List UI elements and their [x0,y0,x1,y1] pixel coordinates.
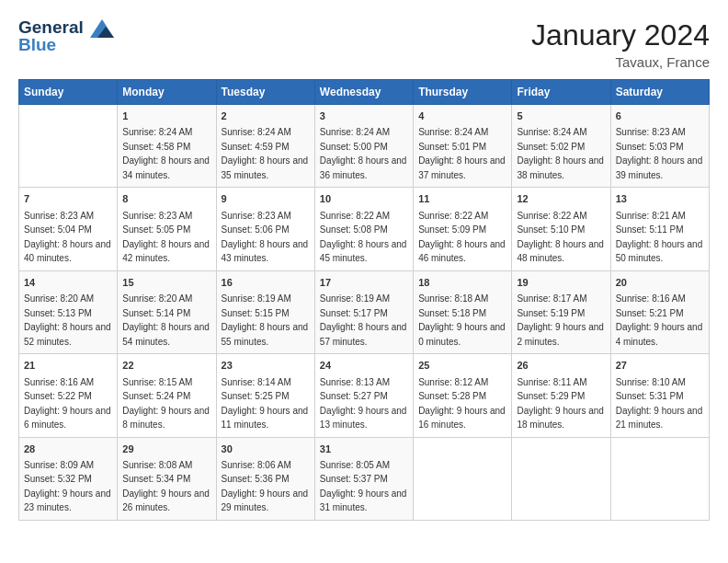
day-number: 21 [24,359,112,373]
calendar-week-4: 28Sunrise: 8:09 AMSunset: 5:32 PMDayligh… [19,437,710,520]
day-info: Sunrise: 8:16 AMSunset: 5:22 PMDaylight:… [24,377,111,431]
calendar-cell: 20Sunrise: 8:16 AMSunset: 5:21 PMDayligh… [610,270,709,353]
day-info: Sunrise: 8:16 AMSunset: 5:21 PMDaylight:… [616,293,703,347]
day-info: Sunrise: 8:11 AMSunset: 5:29 PMDaylight:… [517,377,604,431]
day-info: Sunrise: 8:15 AMSunset: 5:24 PMDaylight:… [122,377,210,431]
day-number: 24 [320,359,408,373]
calendar-cell: 10Sunrise: 8:22 AMSunset: 5:08 PMDayligh… [314,188,413,270]
calendar-cell: 9Sunrise: 8:23 AMSunset: 5:06 PMDaylight… [216,188,314,270]
calendar-cell: 14Sunrise: 8:20 AMSunset: 5:13 PMDayligh… [19,270,118,353]
day-info: Sunrise: 8:23 AMSunset: 5:05 PMDaylight:… [122,211,210,264]
day-number: 16 [222,276,310,290]
day-info: Sunrise: 8:06 AMSunset: 5:36 PMDaylight:… [222,460,309,513]
day-number: 17 [320,276,408,290]
day-info: Sunrise: 8:14 AMSunset: 5:25 PMDaylight:… [222,377,309,431]
calendar-cell: 24Sunrise: 8:13 AMSunset: 5:27 PMDayligh… [314,354,413,437]
calendar-cell: 8Sunrise: 8:23 AMSunset: 5:05 PMDaylight… [118,188,216,270]
calendar-cell: 13Sunrise: 8:21 AMSunset: 5:11 PMDayligh… [610,188,709,270]
day-info: Sunrise: 8:22 AMSunset: 5:10 PMDaylight:… [517,211,604,264]
day-info: Sunrise: 8:22 AMSunset: 5:08 PMDaylight:… [320,211,407,264]
day-number: 6 [616,109,704,123]
calendar-cell: 27Sunrise: 8:10 AMSunset: 5:31 PMDayligh… [610,354,709,437]
logo-icon [90,19,114,38]
calendar-cell: 26Sunrise: 8:11 AMSunset: 5:29 PMDayligh… [512,354,610,437]
day-info: Sunrise: 8:23 AMSunset: 5:04 PMDaylight:… [24,211,111,264]
day-info: Sunrise: 8:09 AMSunset: 5:32 PMDaylight:… [24,460,111,513]
day-info: Sunrise: 8:23 AMSunset: 5:03 PMDaylight:… [616,127,703,180]
logo: General Blue [18,18,114,55]
calendar-cell: 4Sunrise: 8:24 AMSunset: 5:01 PMDaylight… [414,105,512,188]
calendar-cell [19,105,118,188]
header-thursday: Thursday [414,80,512,105]
calendar-week-2: 14Sunrise: 8:20 AMSunset: 5:13 PMDayligh… [19,270,710,353]
calendar-cell: 3Sunrise: 8:24 AMSunset: 5:00 PMDaylight… [314,105,413,188]
day-info: Sunrise: 8:08 AMSunset: 5:34 PMDaylight:… [122,460,210,513]
day-number: 10 [320,192,408,206]
calendar-cell [414,437,512,520]
header-sunday: Sunday [19,80,118,105]
calendar-cell: 11Sunrise: 8:22 AMSunset: 5:09 PMDayligh… [414,188,512,270]
header: General Blue January 2024 Tavaux, France [18,18,710,70]
day-info: Sunrise: 8:24 AMSunset: 5:01 PMDaylight:… [418,127,506,180]
day-info: Sunrise: 8:20 AMSunset: 5:14 PMDaylight:… [122,293,210,347]
calendar-cell: 25Sunrise: 8:12 AMSunset: 5:28 PMDayligh… [414,354,512,437]
header-monday: Monday [118,80,216,105]
day-info: Sunrise: 8:24 AMSunset: 4:59 PMDaylight:… [222,127,309,180]
day-info: Sunrise: 8:24 AMSunset: 5:02 PMDaylight:… [517,127,604,180]
day-number: 4 [418,109,506,123]
calendar-cell: 1Sunrise: 8:24 AMSunset: 4:58 PMDaylight… [118,105,216,188]
day-info: Sunrise: 8:05 AMSunset: 5:37 PMDaylight:… [320,460,407,513]
weekday-header-row: Sunday Monday Tuesday Wednesday Thursday… [19,80,710,105]
day-number: 9 [222,192,310,206]
page-title: January 2024 [531,18,710,52]
day-number: 22 [122,359,210,373]
day-info: Sunrise: 8:10 AMSunset: 5:31 PMDaylight:… [616,377,703,431]
day-number: 19 [517,276,605,290]
calendar-cell: 23Sunrise: 8:14 AMSunset: 5:25 PMDayligh… [216,354,314,437]
day-number: 30 [222,442,310,456]
day-number: 14 [24,276,112,290]
calendar-cell: 22Sunrise: 8:15 AMSunset: 5:24 PMDayligh… [118,354,216,437]
day-info: Sunrise: 8:17 AMSunset: 5:19 PMDaylight:… [517,293,604,347]
calendar-cell: 2Sunrise: 8:24 AMSunset: 4:59 PMDaylight… [216,105,314,188]
day-info: Sunrise: 8:19 AMSunset: 5:17 PMDaylight:… [320,293,407,347]
calendar-cell: 18Sunrise: 8:18 AMSunset: 5:18 PMDayligh… [414,270,512,353]
calendar-cell [512,437,610,520]
calendar-cell: 5Sunrise: 8:24 AMSunset: 5:02 PMDaylight… [512,105,610,188]
day-number: 8 [122,192,210,206]
day-number: 7 [24,192,112,206]
day-number: 3 [320,109,408,123]
calendar-cell: 6Sunrise: 8:23 AMSunset: 5:03 PMDaylight… [610,105,709,188]
calendar-week-3: 21Sunrise: 8:16 AMSunset: 5:22 PMDayligh… [19,354,710,437]
day-number: 13 [616,192,704,206]
day-number: 23 [222,359,310,373]
title-block: January 2024 Tavaux, France [531,18,710,70]
calendar-cell: 31Sunrise: 8:05 AMSunset: 5:37 PMDayligh… [314,437,413,520]
page-subtitle: Tavaux, France [531,54,710,70]
day-number: 25 [418,359,506,373]
header-wednesday: Wednesday [314,80,413,105]
day-info: Sunrise: 8:12 AMSunset: 5:28 PMDaylight:… [418,377,506,431]
header-friday: Friday [512,80,610,105]
calendar-table: Sunday Monday Tuesday Wednesday Thursday… [18,79,710,521]
calendar-cell: 30Sunrise: 8:06 AMSunset: 5:36 PMDayligh… [216,437,314,520]
day-info: Sunrise: 8:23 AMSunset: 5:06 PMDaylight:… [222,211,309,264]
day-number: 31 [320,442,408,456]
calendar-cell: 29Sunrise: 8:08 AMSunset: 5:34 PMDayligh… [118,437,216,520]
calendar-cell: 7Sunrise: 8:23 AMSunset: 5:04 PMDaylight… [19,188,118,270]
day-number: 2 [222,109,310,123]
calendar-cell: 12Sunrise: 8:22 AMSunset: 5:10 PMDayligh… [512,188,610,270]
day-number: 1 [122,109,210,123]
logo-blue: Blue [18,35,114,55]
day-number: 27 [616,359,704,373]
day-number: 15 [122,276,210,290]
calendar-cell: 28Sunrise: 8:09 AMSunset: 5:32 PMDayligh… [19,437,118,520]
day-number: 11 [418,192,506,206]
day-info: Sunrise: 8:22 AMSunset: 5:09 PMDaylight:… [418,211,506,264]
calendar-cell: 17Sunrise: 8:19 AMSunset: 5:17 PMDayligh… [314,270,413,353]
day-number: 18 [418,276,506,290]
calendar-cell: 15Sunrise: 8:20 AMSunset: 5:14 PMDayligh… [118,270,216,353]
page: General Blue January 2024 Tavaux, France… [0,0,728,563]
calendar-cell: 16Sunrise: 8:19 AMSunset: 5:15 PMDayligh… [216,270,314,353]
calendar-cell: 21Sunrise: 8:16 AMSunset: 5:22 PMDayligh… [19,354,118,437]
